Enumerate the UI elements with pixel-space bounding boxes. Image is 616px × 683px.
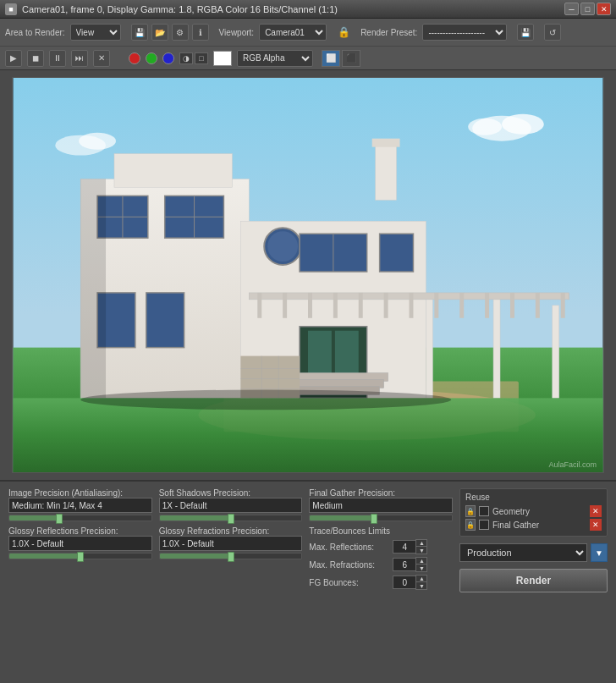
app-icon: ■ xyxy=(5,3,17,15)
production-dropdown[interactable]: Production xyxy=(459,543,587,562)
channel-dropdown[interactable]: RGB Alpha xyxy=(237,50,313,67)
watermark: AulaFacil.com xyxy=(548,460,597,469)
fg-bounces-input[interactable] xyxy=(393,576,416,589)
render-scene xyxy=(13,78,603,472)
single-view-btn[interactable]: ⬜ xyxy=(322,50,340,67)
max-refl-down[interactable]: ▼ xyxy=(416,547,426,554)
glossy-refl-input[interactable] xyxy=(8,536,152,551)
save-icon[interactable]: 💾 xyxy=(131,24,148,41)
svg-rect-32 xyxy=(384,293,388,318)
max-refr-down[interactable]: ▼ xyxy=(416,565,426,571)
toolbar: Area to Render: View 💾 📂 ⚙ ℹ Viewport: C… xyxy=(0,19,616,70)
glossy-refr-input[interactable] xyxy=(159,536,303,551)
bottom-right: Reuse 🔒 Geometry ✕ 🔒 Final Gather ✕ Pro xyxy=(459,488,608,632)
production-row: Production ▼ xyxy=(459,543,608,562)
svg-rect-29 xyxy=(308,293,312,318)
refresh-icon[interactable]: ↺ xyxy=(544,24,561,41)
geometry-checkbox[interactable] xyxy=(479,506,489,516)
green-channel-dot[interactable] xyxy=(146,52,157,64)
settings-icon[interactable]: ⚙ xyxy=(172,24,189,41)
toolbar-row2: ▶ ◼ ⏸ ⏭ ✕ ◑ □ RGB Alpha ⬜ ⬛ xyxy=(0,46,616,69)
max-refl-arrows: ▲ ▼ xyxy=(415,539,427,554)
stop-icon[interactable]: ◼ xyxy=(27,50,44,67)
fg-bounces-down[interactable]: ▼ xyxy=(416,582,426,589)
final-gather-label: Final Gather Precision: xyxy=(309,488,453,498)
title-bar-buttons[interactable]: ─ □ ✕ xyxy=(564,3,611,15)
max-refl-input[interactable] xyxy=(393,540,416,554)
glossy-refl-slider[interactable] xyxy=(8,553,152,559)
blue-channel-dot[interactable] xyxy=(162,52,174,64)
svg-rect-6 xyxy=(376,141,397,201)
max-refl-label: Max. Reflections: xyxy=(309,543,389,552)
info-icon[interactable]: ℹ xyxy=(192,24,209,41)
red-channel-dot[interactable] xyxy=(129,52,140,64)
split-view-btn[interactable]: ⬛ xyxy=(342,50,360,67)
view-buttons: ⬜ ⬛ xyxy=(322,50,360,67)
lock-icon[interactable]: 🔒 xyxy=(337,25,350,40)
alpha-channel-btn[interactable]: □ xyxy=(195,52,208,64)
soft-shadows-input[interactable] xyxy=(159,498,303,513)
svg-rect-21 xyxy=(146,293,184,348)
save-preset-icon[interactable]: 💾 xyxy=(517,24,534,41)
fg-bounces-arrows: ▲ ▼ xyxy=(415,575,427,590)
image-precision-group: Image Precision (Antialiasing): xyxy=(8,488,152,521)
svg-rect-33 xyxy=(409,293,413,318)
title-bar-left: ■ Camera01, frame 0, Display Gamma: 1.8,… xyxy=(5,3,338,15)
area-to-render-group: Area to Render: View xyxy=(5,24,121,41)
viewport-label: Viewport: xyxy=(219,28,255,37)
final-gather-lock-icon[interactable]: 🔒 xyxy=(465,519,476,531)
final-gather-checkbox[interactable] xyxy=(479,520,489,530)
max-refl-spinbox[interactable]: ▲ ▼ xyxy=(393,539,427,554)
glossy-refr-slider[interactable] xyxy=(159,553,303,559)
fg-bounces-up[interactable]: ▲ xyxy=(416,576,426,582)
area-dropdown[interactable]: View xyxy=(70,24,121,41)
final-gather-input[interactable] xyxy=(309,498,453,513)
production-arrow[interactable]: ▼ xyxy=(591,543,608,562)
title-text: Camera01, frame 0, Display Gamma: 1.8, R… xyxy=(22,4,338,14)
max-refr-arrows: ▲ ▼ xyxy=(415,557,427,572)
toolbar-row1: Area to Render: View 💾 📂 ⚙ ℹ Viewport: C… xyxy=(0,19,616,46)
max-refr-spinbox[interactable]: ▲ ▼ xyxy=(393,557,427,572)
close-button[interactable]: ✕ xyxy=(597,3,611,15)
svg-rect-22 xyxy=(80,179,106,398)
final-gather-slider[interactable] xyxy=(309,515,453,521)
open-icon[interactable]: 📂 xyxy=(151,24,168,41)
soft-shadows-group: Soft Shadows Precision: xyxy=(159,488,303,521)
bottom-left: Image Precision (Antialiasing): Soft Sha… xyxy=(8,488,453,632)
geometry-reuse-row: 🔒 Geometry ✕ xyxy=(465,505,602,517)
skip-icon[interactable]: ⏭ xyxy=(71,50,88,67)
max-refr-up[interactable]: ▲ xyxy=(416,558,426,565)
precision-row2: Glossy Reflections Precision: Glossy Ref… xyxy=(8,526,453,592)
area-label: Area to Render: xyxy=(5,28,65,37)
title-bar: ■ Camera01, frame 0, Display Gamma: 1.8,… xyxy=(0,0,616,19)
viewport-dropdown[interactable]: Camera01 xyxy=(259,24,327,41)
final-gather-reuse-row: 🔒 Final Gather ✕ xyxy=(465,519,602,531)
image-precision-input[interactable] xyxy=(8,498,152,513)
maximize-button[interactable]: □ xyxy=(580,3,595,15)
viewport-group: Viewport: Camera01 xyxy=(219,24,327,41)
geometry-lock-icon[interactable]: 🔒 xyxy=(465,505,476,517)
final-gather-precision-group: Final Gather Precision: xyxy=(309,488,453,521)
glossy-refl-label: Glossy Reflections Precision: xyxy=(8,526,152,536)
geometry-x-button[interactable]: ✕ xyxy=(590,505,602,517)
close2-icon[interactable]: ✕ xyxy=(93,50,110,67)
final-gather-x-button[interactable]: ✕ xyxy=(590,519,602,531)
pause-icon[interactable]: ⏸ xyxy=(49,50,66,67)
max-refr-input[interactable] xyxy=(393,558,416,571)
image-precision-label: Image Precision (Antialiasing): xyxy=(8,488,152,498)
svg-rect-34 xyxy=(434,293,438,318)
fg-bounces-spinbox[interactable]: ▲ ▼ xyxy=(393,575,427,590)
soft-shadows-slider[interactable] xyxy=(159,515,303,521)
trace-bounces-group: Trace/Bounces Limits Max. Reflections: ▲… xyxy=(309,526,453,592)
svg-point-53 xyxy=(80,389,451,410)
white-swatch[interactable] xyxy=(213,51,232,66)
image-precision-slider[interactable] xyxy=(8,515,152,521)
render-button[interactable]: Render xyxy=(459,569,608,592)
max-refl-up[interactable]: ▲ xyxy=(416,540,426,547)
svg-point-55 xyxy=(502,114,544,135)
preset-dropdown[interactable]: -------------------- xyxy=(422,24,507,41)
play-icon[interactable]: ▶ xyxy=(5,50,22,67)
minimize-button[interactable]: ─ xyxy=(564,3,579,15)
precision-row1: Image Precision (Antialiasing): Soft Sha… xyxy=(8,488,453,521)
mono-channel-btn[interactable]: ◑ xyxy=(179,52,193,64)
